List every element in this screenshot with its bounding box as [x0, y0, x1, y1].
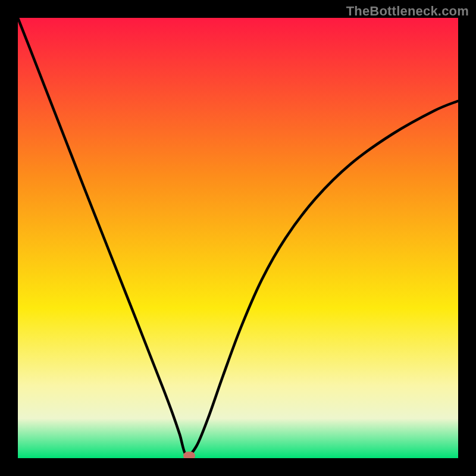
watermark-text: TheBottleneck.com: [346, 4, 469, 19]
gradient-background: [18, 18, 458, 458]
optimum-marker: [183, 452, 195, 458]
outer-frame: TheBottleneck.com: [0, 0, 476, 476]
chart-svg: [18, 18, 458, 458]
plot-area: [18, 18, 458, 458]
